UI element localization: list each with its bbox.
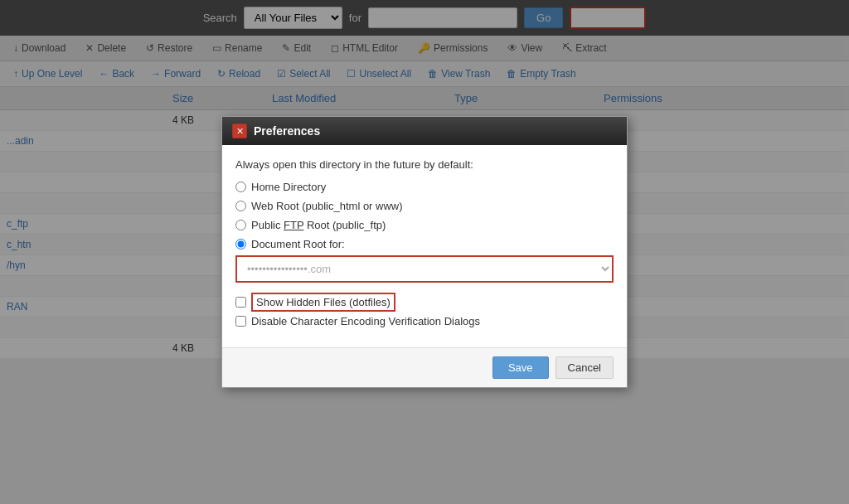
- radio-ftp-label[interactable]: Public FTP Root (public_ftp): [251, 219, 386, 231]
- radio-ftp-root: Public FTP Root (public_ftp): [235, 219, 614, 231]
- disable-encoding-checkbox[interactable]: [235, 316, 246, 327]
- modal-description: Always open this directory in the future…: [235, 158, 614, 171]
- cancel-button[interactable]: Cancel: [555, 356, 614, 379]
- close-icon: ✕: [236, 126, 244, 137]
- radio-docroot-input[interactable]: [235, 239, 246, 250]
- modal-body: Always open this directory in the future…: [222, 145, 627, 347]
- disable-encoding-group: Disable Character Encoding Verification …: [235, 315, 614, 327]
- show-hidden-label[interactable]: Show Hidden Files (dotfiles): [251, 296, 395, 308]
- radio-webroot-label[interactable]: Web Root (public_html or www): [251, 200, 403, 212]
- domain-select[interactable]: ••••••••••••••••.com: [237, 257, 612, 281]
- radio-docroot-row: Document Root for:: [235, 238, 614, 250]
- modal-overlay: ✕ Preferences Always open this directory…: [0, 0, 849, 504]
- radio-docroot-label[interactable]: Document Root for:: [251, 238, 345, 250]
- radio-webroot-input[interactable]: [235, 201, 246, 211]
- modal-title: Preferences: [254, 124, 320, 138]
- modal-close-button[interactable]: ✕: [232, 124, 247, 138]
- show-hidden-checkbox[interactable]: [235, 297, 246, 308]
- radio-web-root: Web Root (public_html or www): [235, 200, 614, 212]
- radio-ftp-input[interactable]: [235, 220, 246, 230]
- show-hidden-files-group: Show Hidden Files (dotfiles): [235, 296, 614, 308]
- disable-encoding-label[interactable]: Disable Character Encoding Verification …: [251, 315, 480, 327]
- show-hidden-highlight: Show Hidden Files (dotfiles): [251, 293, 395, 312]
- modal-title-bar: ✕ Preferences: [222, 117, 627, 145]
- domain-select-wrapper: ••••••••••••••••.com: [235, 255, 614, 283]
- modal-footer: Save Cancel: [222, 347, 627, 387]
- radio-home-label[interactable]: Home Directory: [251, 181, 326, 193]
- radio-home-input[interactable]: [235, 182, 246, 192]
- radio-home-directory: Home Directory: [235, 181, 614, 193]
- preferences-modal: ✕ Preferences Always open this directory…: [221, 116, 628, 388]
- save-button[interactable]: Save: [492, 356, 549, 379]
